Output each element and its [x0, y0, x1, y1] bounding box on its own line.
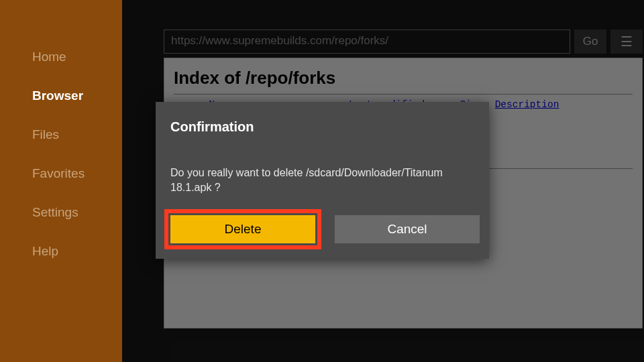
dialog-buttons: Delete Cancel [164, 209, 480, 249]
dialog-message: Do you really want to delete /sdcard/Dow… [170, 147, 474, 195]
sidebar-item-settings[interactable]: Settings [0, 193, 122, 232]
dialog-title: Confirmation [170, 102, 474, 147]
delete-button-highlight: Delete [164, 209, 321, 249]
sidebar-item-browser[interactable]: Browser [0, 76, 122, 115]
sidebar-item-help[interactable]: Help [0, 232, 122, 271]
delete-button[interactable]: Delete [170, 215, 315, 243]
sidebar: Home Browser Files Favorites Settings He… [0, 0, 122, 362]
cancel-button[interactable]: Cancel [335, 215, 480, 243]
sidebar-item-home[interactable]: Home [0, 38, 122, 76]
sidebar-item-files[interactable]: Files [0, 115, 122, 154]
confirmation-dialog: Confirmation Do you really want to delet… [156, 102, 489, 259]
sidebar-item-favorites[interactable]: Favorites [0, 154, 122, 193]
